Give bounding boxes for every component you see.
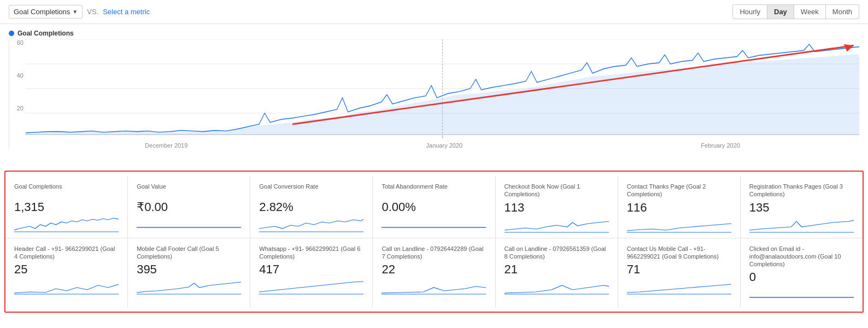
metric-card-conversion-rate: Goal Conversion Rate 2.82% xyxy=(250,176,373,238)
metric-title-2: Goal Value xyxy=(137,183,241,198)
metric-value-2: ₹0.00 xyxy=(137,200,241,214)
metric-title-4: Total Abandonment Rate xyxy=(382,183,486,198)
metric-card-abandonment-rate: Total Abandonment Rate 0.00% xyxy=(373,176,495,238)
metric-title-3: Goal Conversion Rate xyxy=(259,183,363,198)
metric-value-13: 71 xyxy=(627,262,731,277)
metric-card-goal6: Whatsapp - +91- 9662299021 (Goal 6 Compl… xyxy=(250,238,373,308)
metric-value-7: 135 xyxy=(749,201,854,215)
metric-dropdown[interactable]: Goal Completions ▼ xyxy=(9,5,83,19)
metric-value-1: 1,315 xyxy=(14,200,119,214)
metric-title-5: Checkout Book Now (Goal 1 Completions) xyxy=(505,183,609,198)
metric-card-goal2: Contact Thanks Page (Goal 2 Completions)… xyxy=(618,176,741,238)
metric-card-goal9: Contact Us Mobile Call - +91- 9662299021… xyxy=(618,238,741,308)
metric-value-5: 113 xyxy=(505,201,609,215)
metric-card-goal-value: Goal Value ₹0.00 xyxy=(128,176,250,238)
time-btn-month[interactable]: Month xyxy=(826,4,859,19)
metrics-row-2: Header Call - +91- 9662299021 (Goal 4 Co… xyxy=(5,238,863,308)
metric-value-6: 116 xyxy=(627,201,731,215)
metric-value-11: 22 xyxy=(382,262,486,277)
sparkline-14 xyxy=(749,286,854,303)
sparkline-10 xyxy=(259,279,363,295)
sparkline-9 xyxy=(137,279,241,295)
toolbar: Goal Completions ▼ VS. Select a metric H… xyxy=(0,0,868,24)
time-buttons-group: Hourly Day Week Month xyxy=(732,4,859,19)
metric-value-10: 417 xyxy=(259,262,363,277)
chart-svg xyxy=(26,39,859,138)
sparkline-4 xyxy=(382,216,486,233)
select-metric-link[interactable]: Select a metric xyxy=(103,8,150,16)
sparkline-13 xyxy=(627,279,731,295)
sparkline-12 xyxy=(505,279,609,295)
chart-area: Goal Completions 60 40 20 xyxy=(0,24,868,166)
sparkline-1 xyxy=(14,216,119,233)
metric-value-9: 395 xyxy=(137,262,241,277)
metric-card-goal3: Registration Thanks Pages (Goal 3 Comple… xyxy=(741,176,863,238)
sparkline-5 xyxy=(505,217,609,233)
metric-value-8: 25 xyxy=(14,262,119,277)
svg-marker-8 xyxy=(439,137,445,138)
y-label-60: 60 xyxy=(9,39,26,46)
y-axis: 60 40 20 xyxy=(9,39,26,149)
time-btn-day[interactable]: Day xyxy=(767,4,794,19)
metric-title-12: Call on Landline - 07926561359 (Goal 8 C… xyxy=(505,245,609,261)
metric-card-goal-completions: Goal Completions 1,315 xyxy=(5,176,128,238)
metric-title-6: Contact Thanks Page (Goal 2 Completions) xyxy=(627,183,731,198)
metrics-row-1: Goal Completions 1,315 Goal Value ₹0.00 … xyxy=(5,176,863,238)
time-btn-hourly[interactable]: Hourly xyxy=(732,4,767,19)
sparkline-11 xyxy=(382,279,486,295)
metric-title-11: Call on Landline - 07926442289 (Goal 7 C… xyxy=(382,245,486,261)
sparkline-6 xyxy=(627,217,731,233)
metric-title-9: Mobile Call Footer Call (Goal 5 Completi… xyxy=(137,245,241,261)
time-btn-week[interactable]: Week xyxy=(794,4,826,19)
metric-card-goal8: Call on Landline - 07926561359 (Goal 8 C… xyxy=(496,238,618,308)
x-label-feb: February 2020 xyxy=(701,142,740,149)
y-label-20: 20 xyxy=(9,105,26,112)
metric-card-goal4: Header Call - +91- 9662299021 (Goal 4 Co… xyxy=(5,238,128,308)
metric-title-14: Clicked on Email id - info@analaoutdoors… xyxy=(749,245,854,268)
toolbar-left: Goal Completions ▼ VS. Select a metric xyxy=(9,5,150,19)
legend-dot-icon xyxy=(9,31,14,36)
metric-value-14: 0 xyxy=(749,270,854,284)
legend-label: Goal Completions xyxy=(17,30,74,37)
metric-card-goal10: Clicked on Email id - info@analaoutdoors… xyxy=(741,238,863,308)
sparkline-3 xyxy=(259,216,363,233)
metric-title-10: Whatsapp - +91- 9662299021 (Goal 6 Compl… xyxy=(259,245,363,261)
chart-legend: Goal Completions xyxy=(9,30,859,37)
metric-title-13: Contact Us Mobile Call - +91- 9662299021… xyxy=(627,245,731,261)
metric-title-1: Goal Completions xyxy=(14,183,119,198)
sparkline-2 xyxy=(137,216,241,233)
metric-value-12: 21 xyxy=(505,262,609,277)
metric-title-7: Registration Thanks Pages (Goal 3 Comple… xyxy=(749,183,854,198)
metric-value-4: 0.00% xyxy=(382,200,486,214)
x-label-dec: December 2019 xyxy=(145,142,187,149)
metric-card-goal1: Checkout Book Now (Goal 1 Completions) 1… xyxy=(496,176,618,238)
metric-card-goal5: Mobile Call Footer Call (Goal 5 Completi… xyxy=(128,238,250,308)
metric-label: Goal Completions xyxy=(14,8,70,16)
chart-wrapper: 60 40 20 xyxy=(9,39,859,149)
metric-value-3: 2.82% xyxy=(259,200,363,214)
y-label-40: 40 xyxy=(9,72,26,79)
x-label-jan: January 2020 xyxy=(426,142,463,149)
x-axis: December 2019 January 2020 February 2020 xyxy=(26,142,859,149)
sparkline-8 xyxy=(14,279,119,295)
dropdown-arrow-icon: ▼ xyxy=(72,9,78,15)
metric-title-8: Header Call - +91- 9662299021 (Goal 4 Co… xyxy=(14,245,119,261)
sparkline-7 xyxy=(749,217,854,233)
metric-card-goal7: Call on Landline - 07926442289 (Goal 7 C… xyxy=(373,238,495,308)
vs-label: VS. xyxy=(87,8,98,16)
metrics-section: Goal Completions 1,315 Goal Value ₹0.00 … xyxy=(4,171,864,313)
